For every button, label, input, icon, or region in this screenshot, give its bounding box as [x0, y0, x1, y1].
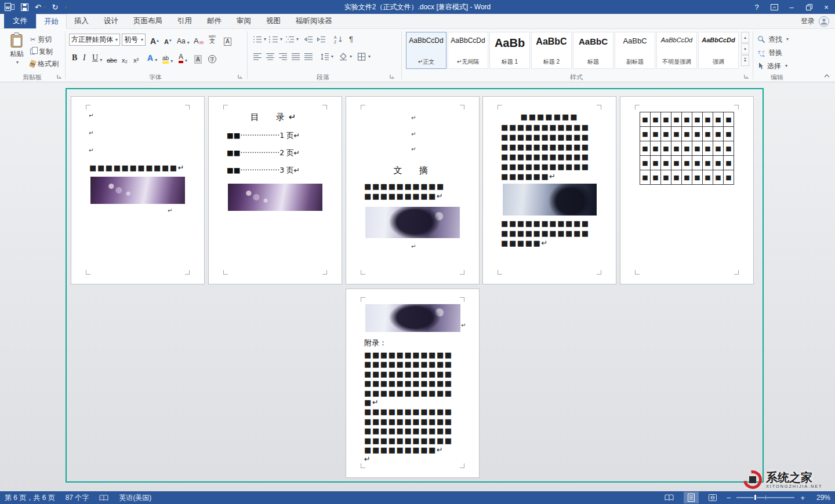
page-5[interactable]: ■■■■■■■■■■■■■■■■■■■■■■■■■■■■■■■■■■■■■■■■…: [620, 96, 754, 284]
close-button[interactable]: ×: [818, 0, 835, 14]
tab-mailings[interactable]: 邮件: [199, 14, 229, 28]
help-button[interactable]: ?: [748, 0, 765, 14]
redo-button[interactable]: ↻: [52, 3, 58, 11]
tab-review[interactable]: 审阅: [229, 14, 259, 28]
page-indicator[interactable]: 第 6 页，共 6 页: [5, 493, 55, 503]
grow-font-button[interactable]: A▴: [149, 34, 160, 45]
sign-in[interactable]: 登录: [801, 14, 835, 28]
multilevel-list-button[interactable]: ▾: [285, 34, 299, 45]
style-heading-1[interactable]: AaBb 标题 1: [489, 32, 530, 69]
text-effects-button[interactable]: A▾: [146, 51, 158, 63]
document-canvas[interactable]: ↵ ↵ ↵ ■■■■■■■■■■■↵ ↵ 目 录↵ ■■············…: [0, 82, 835, 491]
tab-home[interactable]: 开始: [36, 14, 67, 29]
tab-foxit-reader[interactable]: 福昕阅读器: [288, 14, 340, 28]
numbering-button[interactable]: ▾: [269, 34, 282, 45]
proofing-icon[interactable]: [99, 494, 108, 502]
zoom-level[interactable]: 29%: [811, 494, 830, 502]
minimize-button[interactable]: –: [783, 0, 800, 14]
shrink-font-button[interactable]: A▾: [163, 34, 172, 45]
format-painter-button[interactable]: 格式刷: [30, 59, 59, 69]
ribbon-display-options-button[interactable]: [765, 0, 783, 14]
page-2[interactable]: 目 录↵ ■■·················1 页↵■■··········…: [208, 96, 342, 284]
style-heading-2[interactable]: AaBbC 标题 2: [531, 32, 572, 69]
document-image[interactable]: [365, 304, 460, 332]
zoom-slider[interactable]: [736, 497, 794, 498]
word-count[interactable]: 87 个字: [66, 493, 89, 503]
paste-button[interactable]: 粘贴 ▾: [5, 32, 29, 65]
align-left-button[interactable]: [253, 52, 262, 62]
styles-dialog-launcher[interactable]: [744, 74, 749, 79]
styles-scroll-down-button[interactable]: ▾: [741, 43, 749, 54]
bullets-button[interactable]: ▾: [253, 34, 266, 45]
replace-button[interactable]: 替换: [757, 48, 782, 58]
style-no-spacing[interactable]: AaBbCcDd ↵无间隔: [448, 32, 488, 69]
save-icon[interactable]: [21, 3, 28, 11]
document-image[interactable]: [90, 177, 185, 204]
tab-view[interactable]: 视图: [259, 14, 288, 28]
show-hide-marks-button[interactable]: ¶: [349, 34, 353, 44]
font-color-button[interactable]: A▾: [177, 52, 188, 63]
strikethrough-button[interactable]: abc: [106, 52, 118, 64]
select-button[interactable]: 选择 ▾: [757, 61, 787, 71]
highlight-color-button[interactable]: ab▾: [161, 52, 174, 64]
character-border-button[interactable]: A: [223, 34, 233, 46]
tab-design[interactable]: 设计: [96, 14, 126, 28]
clipboard-dialog-launcher[interactable]: [57, 74, 62, 79]
zoom-in-button[interactable]: +: [800, 494, 805, 502]
style-emphasis[interactable]: AaBbCcDd 强调: [698, 32, 739, 69]
font-size-select[interactable]: 初号 ▾: [122, 34, 146, 46]
styles-more-button[interactable]: ▾: [741, 55, 749, 66]
style-subtitle[interactable]: AaBbC 副标题: [615, 32, 655, 69]
document-image[interactable]: [365, 207, 460, 238]
font-dialog-launcher[interactable]: [238, 74, 243, 79]
find-button[interactable]: 查找 ▾: [757, 34, 789, 45]
copy-button[interactable]: 复制: [30, 46, 53, 57]
borders-button[interactable]: ▾: [357, 52, 371, 62]
web-layout-button[interactable]: [705, 492, 721, 503]
zoom-out-button[interactable]: −: [727, 494, 731, 502]
paragraph-dialog-launcher[interactable]: [390, 74, 395, 79]
distribute-button[interactable]: [304, 52, 313, 62]
undo-dropdown-icon[interactable]: ▾: [43, 5, 46, 9]
tab-page-layout[interactable]: 页面布局: [126, 14, 170, 28]
page-4[interactable]: ■■■■■■■ ■■■■■■■■■■■■■■■■■■■■■■■■■■■■■■■■…: [482, 96, 616, 284]
increase-indent-button[interactable]: [317, 34, 326, 45]
align-right-button[interactable]: [278, 52, 288, 62]
phonetic-guide-button[interactable]: wén文: [208, 32, 217, 44]
subscript-button[interactable]: x₂: [121, 52, 129, 64]
underline-button[interactable]: U▾: [91, 51, 103, 63]
customize-qat-icon[interactable]: ▾: [64, 5, 67, 9]
read-mode-button[interactable]: [660, 492, 678, 503]
superscript-button[interactable]: x²: [132, 52, 140, 64]
language-indicator[interactable]: 英语(美国): [119, 493, 151, 503]
bold-button[interactable]: B: [71, 51, 78, 63]
word-app-icon[interactable]: W: [5, 3, 14, 11]
enclose-characters-button[interactable]: 字: [207, 52, 217, 63]
redacted-table[interactable]: ■■■■■■■■■■■■■■■■■■■■■■■■■■■■■■■■■■■■■■■■…: [640, 112, 734, 185]
tab-references[interactable]: 引用: [170, 14, 199, 28]
style-normal[interactable]: AaBbCcDd ↵正文: [406, 32, 446, 69]
line-spacing-button[interactable]: ▾: [320, 52, 333, 62]
collapse-ribbon-button[interactable]: [823, 73, 830, 78]
align-center-button[interactable]: [266, 52, 275, 62]
decrease-indent-button[interactable]: [304, 34, 313, 45]
shading-button[interactable]: ▾: [339, 52, 352, 62]
justify-button[interactable]: [291, 52, 300, 62]
zoom-slider-thumb[interactable]: [754, 494, 757, 501]
page-6[interactable]: ↵ 附录： ■■■■■■■■■■■■■■■■■■■■■■■■■■■■■■■■■■…: [346, 288, 480, 478]
document-image[interactable]: [503, 184, 597, 216]
cut-button[interactable]: ✂ 剪切: [30, 34, 52, 45]
print-layout-button[interactable]: [684, 492, 699, 503]
style-subtle-emphasis[interactable]: AaBbCcDd 不明显强调: [656, 32, 697, 69]
undo-button[interactable]: ↶: [35, 3, 41, 11]
page-3[interactable]: ↵ ↵ ↵ 文 摘 ■■■■■■■■■■■■■■■■■■■↵ ↵: [346, 96, 480, 284]
italic-button[interactable]: I: [82, 51, 87, 63]
tab-file[interactable]: 文件: [4, 14, 36, 28]
clear-formatting-button[interactable]: A: [193, 34, 205, 45]
restore-button[interactable]: [800, 0, 818, 14]
character-shading-button[interactable]: A: [193, 52, 203, 64]
sort-button[interactable]: AZ: [334, 34, 343, 45]
change-case-button[interactable]: Aa▾: [176, 34, 191, 45]
page-1[interactable]: ↵ ↵ ↵ ■■■■■■■■■■■↵ ↵: [71, 96, 205, 284]
tab-insert[interactable]: 插入: [67, 14, 96, 28]
